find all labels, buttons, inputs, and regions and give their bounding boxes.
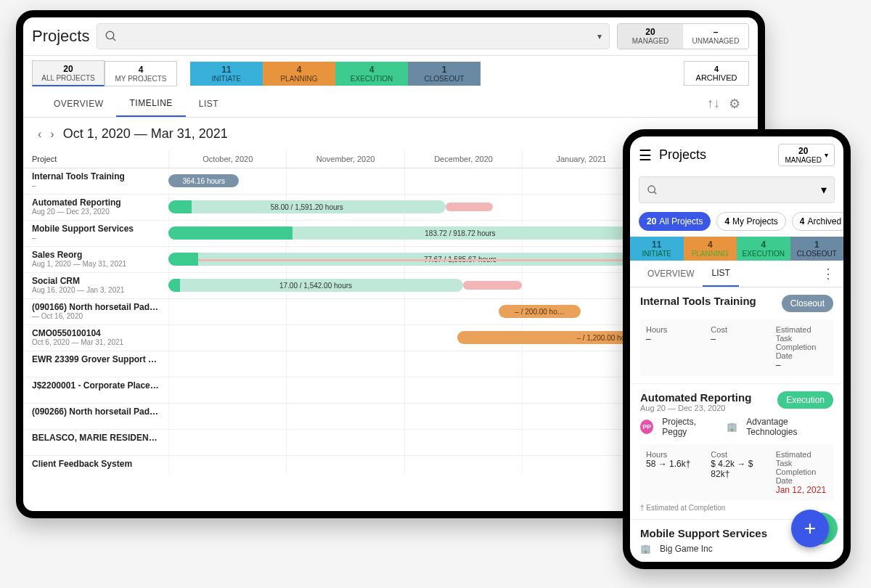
stat-label: Hours [646, 450, 698, 459]
mobile-tab-list[interactable]: LIST [703, 261, 738, 287]
card-title: Automated Reporting [640, 391, 751, 404]
phase-initiate[interactable]: 11INITIATE [630, 237, 684, 261]
project-dates: – [32, 181, 160, 189]
project-name: Automated Reporting [32, 197, 160, 208]
gantt-bar[interactable]: 364.16 hours [168, 174, 239, 187]
mobile-chips: 20All Projects 4My Projects 4Archived [630, 206, 843, 237]
date-range: Oct 1, 2020 — Mar 31, 2021 [63, 126, 228, 142]
chevron-down-icon: ▾ [821, 183, 827, 197]
project-name: J$2200001 - Corporate Place IV [32, 380, 160, 391]
page-title: Projects [32, 27, 89, 46]
project-dates: Aug 1, 2020 — May 31, 2021 [32, 260, 160, 268]
svg-line-1 [113, 38, 116, 41]
project-dates: Aug 20 — Dec 23, 2020 [32, 208, 160, 216]
tab-overview[interactable]: OVERVIEW [41, 91, 116, 116]
add-fab[interactable]: + [791, 510, 829, 547]
project-name: EWR 23399 Grover Support - Lawr… [32, 354, 160, 364]
phase-strip: 11INITIATE 4PLANNING 4EXECUTION 1CLOSEOU… [190, 62, 481, 86]
project-name: Client Feedback System [32, 459, 160, 469]
archived-button[interactable]: 4ARCHIVED [684, 61, 749, 86]
project-name: Internal Tools Training [32, 171, 160, 181]
project-dates: Oct 6, 2020 — Mar 31, 2021 [32, 338, 160, 346]
chevron-down-icon: ▾ [597, 31, 602, 41]
month-col: December, 2020 [404, 150, 522, 168]
svg-line-3 [654, 192, 656, 194]
project-name: (090166) North horsetail Pad#11 P… [32, 302, 160, 312]
mobile-phase-strip: 11INITIATE 4PLANNING 4EXECUTION 1CLOSEOU… [630, 237, 843, 261]
month-col: November, 2020 [286, 150, 404, 168]
desktop-header: Projects ▾ 20MANAGED –UNMANAGED [23, 17, 758, 56]
chip-archived[interactable]: 4Archived [792, 212, 843, 231]
gantt-bar[interactable] [168, 279, 180, 292]
phase-closeout[interactable]: 1CLOSEOUT [408, 62, 481, 86]
gantt-bar[interactable] [168, 253, 198, 266]
phase-execution[interactable]: 4EXECUTION [335, 62, 408, 86]
chip-my-projects[interactable]: 4My Projects [716, 212, 785, 231]
project-name: Sales Reorg [32, 250, 160, 260]
status-badge: Closeout [782, 295, 833, 312]
phase-planning[interactable]: 4PLANNING [684, 237, 737, 261]
project-dates: Aug 16, 2020 — Jan 3, 2021 [32, 286, 160, 294]
mobile-tab-overview[interactable]: OVERVIEW [639, 261, 703, 286]
segment-managed[interactable]: 20MANAGED [618, 24, 683, 49]
phase-planning[interactable]: 4PLANNING [263, 62, 335, 86]
company-name: Big Game Inc [660, 544, 713, 554]
month-col: October, 2020 [168, 150, 286, 168]
project-name: (090266) North horsetail Pad#12 P… [32, 407, 160, 417]
mobile-frame: ☰ Projects 20MANAGED ▾ ▾ 20All Projects … [623, 129, 851, 569]
gantt-bar[interactable] [446, 203, 493, 211]
gantt-bar[interactable] [168, 200, 192, 213]
tab-my-projects[interactable]: 4MY PROJECTS [105, 61, 177, 86]
filter-row: 20ALL PROJECTS 4MY PROJECTS 11INITIATE 4… [23, 56, 758, 91]
search-icon [105, 30, 118, 43]
stat-label: Cost [711, 450, 762, 459]
segment-unmanaged[interactable]: –UNMANAGED [683, 24, 748, 49]
tab-list[interactable]: LIST [186, 91, 232, 116]
search-input[interactable]: ▾ [97, 23, 610, 49]
gantt-bar[interactable]: 17.00 / 1,542.00 hours [168, 279, 463, 292]
mobile-search[interactable]: ▾ [639, 176, 835, 203]
mobile-header: ☰ Projects 20MANAGED ▾ [630, 136, 843, 173]
svg-point-0 [107, 31, 115, 39]
phase-initiate[interactable]: 11INITIATE [190, 62, 263, 86]
project-dates: — Oct 16, 2020 [32, 312, 160, 320]
stat-value: Jan 12, 2021 [776, 485, 827, 495]
phase-execution[interactable]: 4EXECUTION [737, 237, 790, 261]
sort-icon[interactable]: ↑↓ [707, 96, 720, 112]
project-name: CMO0550100104 [32, 328, 160, 338]
gear-icon[interactable]: ⚙ [729, 96, 740, 112]
project-card[interactable]: Automated ReportingAug 20 — Dec 23, 2020… [630, 384, 843, 520]
gantt-bar[interactable] [463, 281, 522, 290]
card-title: Mobile Support Services [640, 527, 767, 539]
more-icon[interactable]: ⋮ [822, 266, 835, 282]
project-dates: – [32, 234, 160, 242]
gantt-bar[interactable]: 58.00 / 1,591.20 hours [168, 200, 446, 213]
gantt-bar[interactable]: – / 200.00 ho… [499, 305, 581, 318]
chevron-down-icon: ▾ [825, 151, 828, 159]
svg-point-2 [648, 186, 655, 192]
phase-closeout[interactable]: 1CLOSEOUT [790, 237, 844, 261]
stat-label: Estimated Task Completion Date [776, 325, 827, 360]
stat-value: $ 4.2k → $ 82k† [711, 459, 762, 479]
tab-all-projects[interactable]: 20ALL PROJECTS [32, 60, 105, 86]
person-name: Projects, Peggy [662, 417, 718, 437]
mobile-segment[interactable]: 20MANAGED ▾ [778, 144, 835, 166]
company-name: Advantage Technologies [746, 417, 833, 437]
stat-value: – [646, 334, 698, 344]
stat-label: Hours [646, 325, 698, 334]
project-name: Social CRM [32, 276, 160, 286]
stat-value: – [776, 360, 827, 370]
project-name: Mobile Support Services [32, 224, 160, 234]
chip-all-projects[interactable]: 20All Projects [639, 212, 711, 231]
view-tabs: OVERVIEW TIMELINE LIST ↑↓ ⚙ [23, 91, 758, 118]
status-badge: Execution [777, 391, 833, 409]
gantt-bar[interactable] [168, 226, 293, 240]
stat-label: Estimated Task Completion Date [776, 450, 827, 485]
tab-timeline[interactable]: TIMELINE [116, 91, 185, 117]
prev-arrow[interactable]: ‹ [38, 128, 41, 141]
managed-segment[interactable]: 20MANAGED –UNMANAGED [617, 23, 749, 49]
hamburger-icon[interactable]: ☰ [639, 147, 652, 164]
project-card[interactable]: Internal Tools TrainingCloseoutHours–Cos… [630, 287, 843, 384]
stat-label: Cost [711, 325, 762, 334]
next-arrow[interactable]: › [50, 128, 54, 141]
